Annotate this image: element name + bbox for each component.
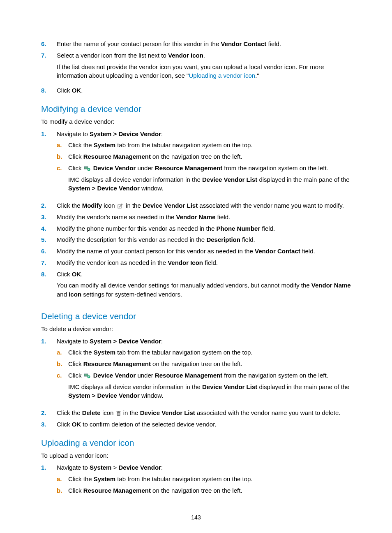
delete-icon	[116, 411, 121, 416]
mod-step-7: 7.Modify the vendor icon as needed in th…	[41, 258, 351, 267]
del-step-1: 1. Navigate to System > Device Vendor: a…	[41, 337, 351, 406]
lead-modifying: To modify a device vendor:	[41, 117, 351, 126]
bold-text: Vendor Name	[176, 213, 216, 220]
mod-step-4: 4.Modify the phone number for this vendo…	[41, 224, 351, 233]
bold-text: Icon	[69, 291, 81, 298]
text: associated with the vendor name you want…	[195, 409, 341, 416]
bold-text: Resource Management	[155, 165, 222, 171]
bold-text: OK	[72, 421, 81, 428]
text: Navigate to	[57, 464, 90, 471]
bold-text: Phone Number	[217, 225, 261, 232]
text: field.	[240, 236, 255, 243]
text: under	[136, 372, 155, 379]
substep-body: Click the System tab from the tabular na…	[68, 475, 351, 484]
substeps: a.Click the System tab from the tabular …	[57, 475, 351, 495]
bold-text: System	[94, 141, 115, 148]
text: in the	[126, 202, 143, 209]
step-6: 6. Enter the name of your contact person…	[41, 39, 351, 49]
text: under	[136, 165, 155, 171]
substep-a: a.Click the System tab from the tabular …	[57, 475, 351, 484]
bold-text: OK	[72, 87, 81, 94]
intro-steps: 6. Enter the name of your contact person…	[41, 39, 351, 95]
bold-text: Description	[206, 236, 240, 243]
bold-text: System	[94, 475, 115, 482]
lead-uploading: To upload a vendor icon:	[41, 451, 351, 460]
page: 6. Enter the name of your contact person…	[0, 0, 392, 533]
svg-rect-6	[116, 411, 120, 412]
step-marker: 8.	[41, 270, 57, 302]
text: field.	[260, 225, 275, 232]
substep-marker: c.	[57, 371, 68, 403]
heading-deleting: Deleting a device vendor	[41, 311, 351, 321]
step-body: Click OK. You can modify all device vend…	[57, 270, 351, 302]
text: Navigate to	[57, 130, 90, 137]
step-body: Navigate to System > Device Vendor: a.Cl…	[57, 337, 351, 406]
text: Click the	[57, 409, 82, 416]
text: Click	[68, 487, 83, 494]
step-8: 8. Click OK.	[41, 86, 351, 95]
bold-text: System > Device Vendor	[90, 338, 161, 345]
text: icon	[101, 409, 115, 416]
step-body: Click OK.	[57, 86, 351, 95]
step-body: Modify the description for this vendor a…	[57, 235, 351, 244]
step-marker: 1.	[41, 463, 57, 497]
step-body: Modify the name of your contact person f…	[57, 247, 351, 256]
text: Modify the description for this vendor a…	[57, 236, 206, 243]
text: Click	[68, 372, 83, 379]
text: field.	[203, 259, 218, 266]
text: Click	[57, 271, 72, 278]
del-step-3: 3.Click OK to confirm deletion of the se…	[41, 420, 351, 429]
device-vendor-icon	[84, 166, 91, 171]
text: window.	[140, 185, 164, 192]
bold-text: Device Vendor List	[143, 202, 198, 209]
text: tab from the tabular navigation system o…	[115, 141, 253, 148]
mod-step-3: 3.Modify the vendor's name as needed in …	[41, 213, 351, 222]
bold-text: System > Device Vendor	[90, 130, 161, 137]
substep-a: a.Click the System tab from the tabular …	[57, 141, 351, 150]
svg-rect-7	[118, 411, 119, 412]
text: Select a vendor icon from the list next …	[57, 52, 168, 59]
lead-deleting: To delete a device vendor:	[41, 324, 351, 334]
step-body: Modify the phone number for this vendor …	[57, 224, 351, 233]
substep-c: c. Click Device Vendor under Resource Ma…	[57, 164, 351, 196]
text: from the navigation system on the left.	[222, 372, 328, 379]
text: field.	[215, 213, 230, 220]
text: tab from the tabular navigation system o…	[115, 475, 253, 482]
text: to confirm deletion of the selected devi…	[81, 421, 216, 428]
text: Modify the phone number for this vendor …	[57, 225, 217, 232]
text: Modify the vendor's name as needed in th…	[57, 213, 176, 220]
text: Click	[57, 421, 72, 428]
text: field.	[266, 40, 281, 47]
step-body: Navigate to System > Device Vendor: a.Cl…	[57, 463, 351, 497]
substeps: a.Click the System tab from the tabular …	[57, 141, 351, 196]
bold-text: Device Vendor	[119, 464, 161, 471]
bold-text: Device Vendor List	[140, 409, 195, 416]
upload-icon-link[interactable]: Uploading a vendor icon	[189, 72, 255, 79]
substeps: a.Click the System tab from the tabular …	[57, 348, 351, 403]
substep-body: Click Device Vendor under Resource Manag…	[68, 371, 351, 403]
text: on the navigation tree on the left.	[151, 153, 242, 160]
substep-body: Click Resource Management on the navigat…	[68, 359, 351, 368]
text: Click the	[68, 349, 94, 356]
step-marker: 6.	[41, 39, 57, 49]
bold-text: Resource Management	[155, 372, 222, 379]
text: from the navigation system on the left.	[222, 165, 328, 171]
text: window.	[140, 392, 164, 399]
bold-text: Vendor Name	[311, 282, 351, 289]
step-marker: 3.	[41, 213, 57, 222]
text: on the navigation tree on the left.	[151, 487, 242, 494]
bold-text: Vendor Icon	[168, 52, 203, 59]
step-marker: 1.	[41, 337, 57, 406]
heading-modifying: Modifying a device vendor	[41, 104, 351, 114]
step-note: If the list does not provide the vendor …	[57, 63, 351, 81]
bold-text: Resource Management	[83, 487, 151, 494]
substep-body: Click Resource Management on the navigat…	[68, 486, 351, 495]
substep-body: Click the System tab from the tabular na…	[68, 348, 351, 357]
bold-text: Vendor Contact	[221, 40, 266, 47]
step-marker: 8.	[41, 86, 57, 95]
del-step-2: 2. Click the Delete icon in the Device V…	[41, 408, 351, 417]
uploading-steps: 1. Navigate to System > Device Vendor: a…	[41, 463, 351, 497]
text: IMC displays all device vendor informati…	[68, 176, 202, 183]
bold-text: System	[90, 464, 111, 471]
step-body: Click OK to confirm deletion of the sele…	[57, 420, 351, 429]
